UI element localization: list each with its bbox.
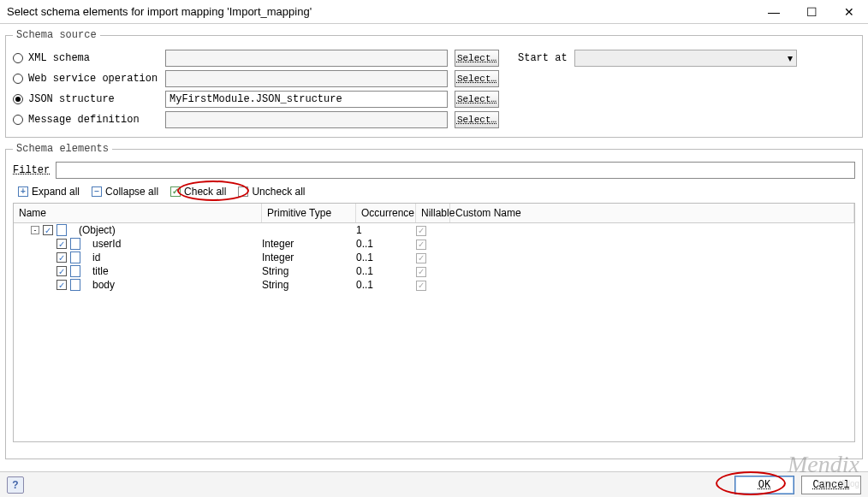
window-buttons: — ☐ ✕ [755, 0, 868, 24]
json-path-input[interactable]: MyFirstModule.JSON_structure [165, 91, 448, 108]
col-nillable[interactable]: Nillable [416, 204, 450, 222]
filter-input[interactable] [56, 162, 855, 179]
file-icon [70, 251, 80, 263]
filter-label: Filter [13, 164, 56, 176]
row-name: title [92, 265, 109, 277]
row-name: body [92, 279, 115, 291]
row-checkbox[interactable] [56, 239, 67, 249]
row-checkbox[interactable] [43, 225, 53, 235]
minimize-button[interactable]: — [755, 0, 793, 24]
file-icon [70, 279, 80, 291]
row-name: id [92, 251, 100, 263]
schema-elements-legend: Schema elements [13, 143, 112, 155]
tree-row[interactable]: -(Object)1 [14, 223, 854, 237]
maximize-button[interactable]: ☐ [793, 0, 830, 24]
tree-body: -(Object)1userIdInteger0..1idInteger0..1… [14, 223, 854, 292]
titlebar: Select schema elements for import mappin… [0, 0, 868, 24]
xml-select-button[interactable]: Select… [455, 50, 499, 67]
row-checkbox[interactable] [56, 280, 67, 290]
check-all-button[interactable]: ✓ Check all [165, 184, 231, 199]
radio-xml-schema[interactable]: XML schema [13, 52, 158, 64]
schema-tree[interactable]: Name Primitive Type Occurrence Nillable … [13, 203, 855, 442]
json-select-button[interactable]: Select… [455, 91, 499, 108]
minus-box-icon: − [92, 186, 102, 197]
file-icon [70, 238, 80, 250]
expand-all-button[interactable]: + Expand all [13, 184, 85, 199]
row-occurrence: 0..1 [356, 265, 416, 277]
nillable-checkbox [416, 267, 426, 277]
tree-header: Name Primitive Type Occurrence Nillable … [14, 204, 854, 223]
row-primitive: Integer [262, 251, 356, 263]
tree-row[interactable]: titleString0..1 [14, 264, 854, 278]
xml-schema-path-input[interactable] [165, 50, 448, 67]
start-at-dropdown[interactable]: ▾ [574, 50, 797, 67]
row-checkbox[interactable] [56, 252, 67, 263]
row-occurrence: 1 [356, 224, 416, 236]
row-name: userId [92, 238, 121, 250]
schema-source-group: Schema source XML schema Select… Start a… [5, 29, 863, 138]
col-custom[interactable]: Custom Name [450, 204, 854, 222]
ws-path-input[interactable] [165, 70, 448, 87]
empty-box-icon [238, 186, 248, 197]
nillable-checkbox [416, 240, 426, 250]
tree-row[interactable]: bodyString0..1 [14, 278, 854, 292]
uncheck-all-button[interactable]: Uncheck all [233, 184, 310, 199]
col-primitive[interactable]: Primitive Type [262, 204, 356, 222]
schema-source-legend: Schema source [13, 29, 100, 41]
help-button[interactable]: ? [7, 476, 24, 494]
tree-row[interactable]: idInteger0..1 [14, 251, 854, 264]
nillable-checkbox [416, 281, 426, 291]
row-occurrence: 0..1 [356, 238, 416, 250]
ws-select-button[interactable]: Select… [455, 70, 499, 87]
window-title: Select schema elements for import mappin… [7, 5, 755, 18]
file-icon [56, 224, 67, 236]
radio-icon [13, 115, 23, 125]
row-occurrence: 0..1 [356, 251, 416, 263]
watermark-small: https://blog [817, 479, 859, 488]
nillable-checkbox [416, 253, 426, 263]
msg-path-input[interactable] [165, 111, 448, 128]
radio-icon [13, 53, 23, 63]
row-primitive: String [262, 279, 356, 291]
col-occurrence[interactable]: Occurrence [356, 204, 416, 222]
check-box-icon: ✓ [170, 186, 181, 197]
tree-expander[interactable]: - [31, 226, 39, 234]
row-occurrence: 0..1 [356, 279, 416, 291]
row-primitive: Integer [262, 238, 356, 250]
radio-message-definition[interactable]: Message definition [13, 114, 158, 126]
row-name: (Object) [79, 224, 116, 236]
nillable-checkbox [416, 226, 426, 236]
row-primitive: String [262, 265, 356, 277]
plus-box-icon: + [18, 186, 28, 197]
radio-icon [13, 94, 23, 104]
radio-icon [13, 74, 23, 84]
row-checkbox[interactable] [56, 266, 67, 276]
col-name[interactable]: Name [14, 204, 262, 222]
msg-select-button[interactable]: Select… [455, 111, 499, 128]
dialog-footer: ? OK Cancel [0, 471, 868, 497]
tree-toolbar: + Expand all − Collapse all ✓ Check all … [13, 184, 855, 199]
tree-row[interactable]: userIdInteger0..1 [14, 237, 854, 251]
close-button[interactable]: ✕ [830, 0, 868, 24]
radio-json-structure[interactable]: JSON structure [13, 93, 158, 105]
start-at-label: Start at [518, 52, 568, 64]
ok-button[interactable]: OK [734, 476, 794, 494]
schema-elements-group: Schema elements Filter + Expand all − Co… [5, 143, 863, 459]
file-icon [70, 265, 80, 277]
watermark: Mendix [788, 451, 859, 478]
radio-web-service[interactable]: Web service operation [13, 73, 158, 85]
collapse-all-button[interactable]: − Collapse all [86, 184, 163, 199]
chevron-down-icon: ▾ [788, 52, 793, 64]
